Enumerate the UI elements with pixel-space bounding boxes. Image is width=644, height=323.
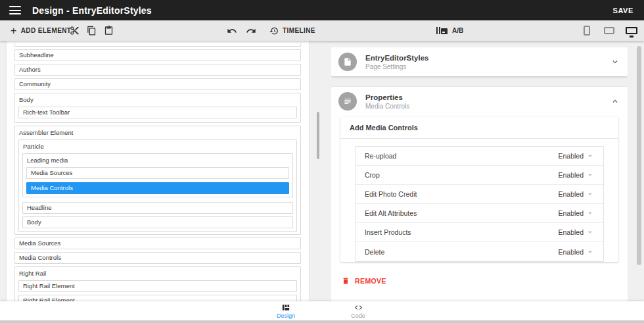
- page-settings-subtitle: Page Settings: [365, 63, 429, 70]
- save-button[interactable]: SAVE: [612, 7, 633, 14]
- tree-group-right-rail[interactable]: Right Rail Right Rail Element Right Rail…: [14, 266, 301, 301]
- add-element-label: ADD ELEMENT: [21, 27, 72, 34]
- ab-variants-icon: [436, 27, 448, 34]
- tree-group-label: Particle: [23, 143, 293, 150]
- top-app-bar: Design - EntryEditorStyles SAVE: [0, 0, 644, 20]
- tree-group-leading-media[interactable]: Leading media Media Sources Media Contro…: [22, 153, 293, 197]
- tree-group-assembler[interactable]: Assembler Element Particle Leading media…: [14, 126, 301, 235]
- view-switcher-bar: Design Code: [0, 301, 644, 323]
- inspector-panel: EntryEditorStyles Page Settings Properti…: [331, 47, 628, 301]
- delete-select[interactable]: Enabled: [558, 247, 595, 257]
- phone-preview-icon[interactable]: [580, 24, 594, 38]
- tree-scrollbar-thumb[interactable]: [317, 112, 319, 159]
- tablet-preview-icon[interactable]: [602, 24, 616, 38]
- tab-code[interactable]: Code: [338, 303, 378, 319]
- redo-icon[interactable]: [246, 26, 256, 36]
- timeline-button[interactable]: TIMELINE: [269, 26, 315, 36]
- dropdown-caret-icon: [586, 170, 595, 180]
- page-settings-card: EntryEditorStyles Page Settings: [331, 47, 628, 76]
- add-element-button[interactable]: + ADD ELEMENT: [11, 26, 71, 36]
- inspector-scrollbar-thumb[interactable]: [637, 46, 641, 265]
- tree-item[interactable]: Authors: [14, 64, 301, 76]
- cut-icon[interactable]: [70, 26, 80, 36]
- tree-item-selected[interactable]: Media Controls: [26, 182, 289, 194]
- page-settings-title: EntryEditorStyles: [365, 54, 429, 62]
- tree-item[interactable]: Right Rail Element: [18, 295, 297, 301]
- editor-toolbar: + ADD ELEMENT TIMELINE A/B: [0, 20, 644, 41]
- tree-item[interactable]: Right Rail Element: [18, 280, 297, 292]
- section-title: Add Media Controls: [340, 117, 618, 139]
- property-row: Insert Products Enabled: [356, 223, 603, 242]
- add-media-controls-section: Add Media Controls Re-upload Enabled Cro…: [340, 117, 618, 262]
- edit-photo-credit-select[interactable]: Enabled: [558, 189, 595, 199]
- properties-title: Properties: [365, 93, 409, 101]
- property-label: Edit Photo Credit: [365, 190, 417, 198]
- tab-design[interactable]: Design: [266, 303, 306, 319]
- tree-group-label: Right Rail: [19, 270, 297, 277]
- inspector-scrollbar: [637, 41, 642, 301]
- page-settings-header[interactable]: EntryEditorStyles Page Settings: [331, 47, 628, 76]
- paste-icon[interactable]: [104, 26, 114, 36]
- history-icon: [269, 26, 279, 36]
- timeline-label: TIMELINE: [283, 27, 315, 34]
- page-title: Design - EntryEditorStyles: [32, 5, 152, 16]
- tree-scrollbar: [317, 41, 319, 301]
- properties-header[interactable]: Properties Media Controls: [331, 87, 628, 116]
- page-icon: [338, 53, 357, 71]
- media-controls-list: Re-upload Enabled Crop Enabled: [355, 146, 604, 262]
- tree-item[interactable]: Rich-text Toolbar: [18, 107, 297, 118]
- copy-icon[interactable]: [87, 26, 97, 36]
- tree-group-label: Assembler Element: [19, 129, 297, 136]
- crop-select[interactable]: Enabled: [558, 170, 595, 180]
- tree-group-body[interactable]: Body Rich-text Toolbar: [14, 93, 301, 123]
- tree-item[interactable]: Media Sources: [26, 167, 289, 179]
- tree-group-label: Leading media: [27, 157, 289, 164]
- plus-icon: +: [11, 26, 17, 36]
- clipped-tree-item[interactable]: [14, 43, 301, 47]
- tree-group-label: Body: [19, 96, 297, 103]
- tree-item[interactable]: Media Controls: [14, 252, 301, 264]
- design-grid-icon: [281, 303, 290, 312]
- chevron-up-icon[interactable]: [610, 97, 620, 106]
- property-row: Delete Enabled: [356, 242, 603, 261]
- property-label: Edit Alt Attributes: [365, 209, 417, 217]
- property-label: Delete: [365, 248, 384, 256]
- chevron-down-icon[interactable]: [610, 57, 620, 66]
- properties-list-icon: [338, 92, 357, 111]
- dropdown-caret-icon: [586, 228, 595, 237]
- desktop-preview-icon[interactable]: [624, 24, 639, 38]
- trash-icon: [342, 276, 350, 286]
- dropdown-caret-icon: [586, 189, 595, 199]
- code-icon: [354, 303, 363, 312]
- property-label: Crop: [365, 171, 380, 179]
- dropdown-caret-icon: [586, 151, 595, 161]
- remove-button[interactable]: REMOVE: [342, 276, 386, 286]
- property-row: Crop Enabled: [356, 166, 603, 185]
- tree-group-particle[interactable]: Particle Leading media Media Sources Med…: [18, 139, 297, 232]
- tree-item[interactable]: Community: [14, 78, 301, 90]
- tree-item[interactable]: Headline: [22, 202, 293, 214]
- property-row: Re-upload Enabled: [356, 147, 603, 166]
- dropdown-caret-icon: [586, 209, 595, 218]
- edit-alt-attributes-select[interactable]: Enabled: [558, 209, 595, 218]
- property-label: Insert Products: [365, 228, 411, 236]
- property-row: Edit Alt Attributes Enabled: [356, 204, 603, 223]
- properties-card: Properties Media Controls Add Media Cont…: [331, 87, 628, 301]
- insert-products-select[interactable]: Enabled: [558, 228, 595, 237]
- tree-item[interactable]: Body: [22, 216, 293, 228]
- dropdown-caret-icon: [586, 247, 595, 257]
- property-label: Re-upload: [365, 152, 396, 160]
- content-area: Subheadline Authors Community Body Rich-…: [0, 41, 644, 301]
- layout-tree-panel: Subheadline Authors Community Body Rich-…: [7, 41, 309, 301]
- ab-label: A/B: [452, 27, 463, 34]
- undo-icon[interactable]: [227, 26, 237, 36]
- property-row: Edit Photo Credit Enabled: [356, 185, 603, 204]
- menu-icon[interactable]: [9, 6, 21, 14]
- tree-item[interactable]: Subheadline: [14, 49, 301, 61]
- properties-subtitle: Media Controls: [365, 103, 409, 110]
- reupload-select[interactable]: Enabled: [558, 151, 595, 161]
- tree-item[interactable]: Media Sources: [14, 237, 301, 249]
- ab-test-button[interactable]: A/B: [436, 27, 463, 34]
